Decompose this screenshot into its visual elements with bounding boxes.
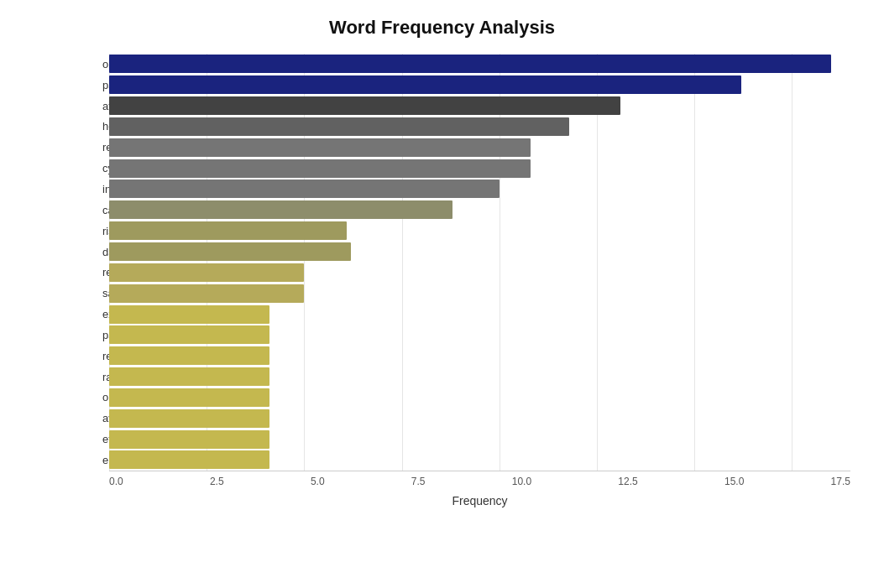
x-tick: 2.5 <box>210 476 224 487</box>
bar-wrapper <box>109 450 850 471</box>
bar-label: outcomes <box>102 391 109 403</box>
chart-title: Word Frequency Analysis <box>34 17 850 39</box>
bar <box>109 409 269 428</box>
bar-wrapper <box>109 137 850 158</box>
bar-row: risk <box>109 221 850 242</box>
bar-row: effective <box>109 429 850 450</box>
bar-wrapper <box>109 408 850 429</box>
bar <box>109 75 741 94</box>
bar-label: organizations <box>102 58 109 70</box>
bar-label: result <box>102 350 109 362</box>
bar-row: attack <box>109 96 850 117</box>
bar-wrapper <box>109 54 850 75</box>
x-tick: 7.5 <box>411 476 426 487</box>
x-tick: 10.0 <box>512 476 531 487</box>
bar <box>109 450 269 469</box>
bar-row: employees <box>109 450 850 471</box>
bar-row: report <box>109 262 850 283</box>
bar-label: data <box>102 246 109 258</box>
bar <box>109 284 304 303</box>
x-tick: 15.0 <box>724 476 744 487</box>
bar-wrapper <box>109 242 850 263</box>
bar <box>109 55 831 73</box>
bar-label: safety <box>102 287 109 299</box>
bar-row: healthcare <box>109 117 850 138</box>
bar <box>109 242 351 261</box>
bar-wrapper <box>109 179 850 200</box>
x-tick: 17.5 <box>831 476 850 487</box>
bar-label: effective <box>102 433 109 445</box>
bar <box>109 325 269 344</box>
bar-wrapper <box>109 75 850 96</box>
bar-row: average <box>109 408 850 429</box>
bar-label: cybersecurity <box>102 162 109 174</box>
bar-wrapper <box>109 388 850 408</box>
bar-label: ransomware <box>102 371 109 383</box>
bar-wrapper <box>109 158 850 179</box>
x-tick: 5.0 <box>311 476 325 487</box>
bar-label: risk <box>102 225 109 237</box>
bar-row: care <box>109 200 850 221</box>
bar-wrapper <box>109 262 850 283</box>
x-axis: 0.02.55.07.510.012.515.017.5 Frequency <box>109 471 850 507</box>
bar-label: respondents <box>102 141 109 154</box>
x-axis-label: Frequency <box>109 494 850 507</box>
bar-row: ransomware <box>109 367 850 388</box>
x-tick: 12.5 <box>618 476 637 487</box>
bar-label: patient <box>102 79 109 91</box>
bar-label: increase <box>102 183 109 195</box>
bar-label: experience <box>102 308 109 320</box>
bar <box>109 200 452 219</box>
bar-row: respondents <box>109 137 850 158</box>
bar-wrapper <box>109 96 850 117</box>
bar-wrapper <box>109 346 850 367</box>
bar-row: data <box>109 242 850 263</box>
bar-label: employees <box>102 454 109 466</box>
bar-wrapper <box>109 200 850 221</box>
bar-wrapper <box>109 304 850 325</box>
bar-label: care <box>102 204 109 216</box>
bar-row: increase <box>109 179 850 200</box>
bar <box>109 263 304 282</box>
bar-label: past <box>102 329 109 341</box>
bar-row: organizations <box>109 54 850 75</box>
bar-wrapper <box>109 283 850 304</box>
bar-wrapper <box>109 325 850 346</box>
bar-row: result <box>109 346 850 367</box>
bar <box>109 117 569 136</box>
bar-row: outcomes <box>109 388 850 408</box>
bar <box>109 388 269 407</box>
bar-row: cybersecurity <box>109 158 850 179</box>
bar <box>109 221 347 240</box>
bar-row: patient <box>109 75 850 96</box>
bar-wrapper <box>109 367 850 388</box>
bar <box>109 159 531 178</box>
bar <box>109 96 620 115</box>
bar <box>109 367 269 386</box>
chart-container: Word Frequency Analysis organizationspat… <box>0 0 884 588</box>
bar-row: experience <box>109 304 850 325</box>
bar-label: healthcare <box>102 120 109 133</box>
bar <box>109 305 269 324</box>
bar <box>109 180 500 198</box>
bar <box>109 138 531 157</box>
bar-wrapper <box>109 117 850 138</box>
chart-plot: organizationspatientattackhealthcareresp… <box>109 54 850 471</box>
x-tick: 0.0 <box>109 476 123 487</box>
x-axis-ticks: 0.02.55.07.510.012.515.017.5 <box>109 471 850 487</box>
bar-label: report <box>102 266 109 278</box>
bar-row: safety <box>109 283 850 304</box>
chart-area: organizationspatientattackhealthcareresp… <box>109 54 850 507</box>
bar-wrapper <box>109 429 850 450</box>
bar <box>109 430 269 449</box>
bar-wrapper <box>109 221 850 242</box>
bar-row: past <box>109 325 850 346</box>
bar-label: average <box>102 412 109 424</box>
bar <box>109 346 269 365</box>
bar-label: attack <box>102 100 109 112</box>
